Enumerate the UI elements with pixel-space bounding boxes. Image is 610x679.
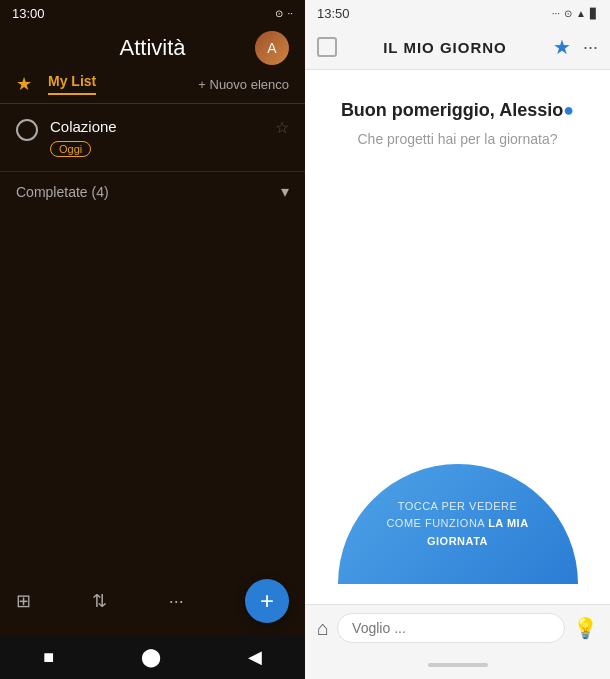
left-tabs: ★ My List + Nuovo elenco bbox=[0, 73, 305, 104]
right-battery-icon: ▊ bbox=[590, 8, 598, 19]
signal-icon: ·· bbox=[287, 8, 293, 19]
completate-row[interactable]: Completate (4) ▾ bbox=[0, 171, 305, 211]
right-title: IL MIO GIORNO bbox=[383, 39, 507, 56]
new-list-tab[interactable]: + Nuovo elenco bbox=[198, 77, 289, 92]
right-main: Buon pomeriggio, Alessio● Che progetti h… bbox=[305, 70, 610, 604]
left-time: 13:00 bbox=[12, 6, 45, 21]
semicircle-line1: TOCCA PER VEDERE bbox=[398, 500, 518, 512]
left-panel: 13:00 ⊙ ·· Attività A ★ My List + Nuovo … bbox=[0, 0, 305, 679]
star-tab-icon[interactable]: ★ bbox=[16, 73, 32, 95]
sort-icon[interactable]: ⇅ bbox=[92, 590, 107, 612]
task-tag: Oggi bbox=[50, 141, 91, 157]
mylist-tab[interactable]: My List bbox=[48, 73, 96, 95]
semicircle-line2: COME FUNZIONA bbox=[386, 517, 488, 529]
left-nav-bar: ■ ⬤ ◀ bbox=[0, 635, 305, 679]
avatar[interactable]: A bbox=[255, 31, 289, 65]
back-nav-icon[interactable]: ◀ bbox=[248, 646, 262, 668]
semicircle[interactable]: TOCCA PER VEDERE COME FUNZIONA LA MIA GI… bbox=[338, 464, 578, 584]
nav-handle bbox=[428, 663, 488, 667]
completate-label: Completate (4) bbox=[16, 184, 281, 200]
header-checkbox[interactable] bbox=[317, 37, 337, 57]
right-panel: 13:50 ··· ⊙ ▲ ▊ IL MIO GIORNO ★ ··· Buon… bbox=[305, 0, 610, 679]
right-header-icons: ★ ··· bbox=[553, 35, 598, 59]
right-status-icons: ··· ⊙ ▲ ▊ bbox=[552, 8, 598, 19]
left-header: Attività A bbox=[0, 27, 305, 73]
greeting-text: Buon pomeriggio, Alessio● bbox=[341, 100, 574, 121]
right-status-bar: 13:50 ··· ⊙ ▲ ▊ bbox=[305, 0, 610, 27]
alarm-icon: ⊙ bbox=[275, 8, 283, 19]
favorite-star-icon[interactable]: ★ bbox=[553, 35, 571, 59]
greeting-label: Buon pomeriggio, Alessio bbox=[341, 100, 563, 120]
left-bottom-bar: ⊞ ⇅ ··· + bbox=[0, 571, 305, 631]
square-nav-icon[interactable]: ■ bbox=[43, 647, 54, 668]
task-name: Colazione bbox=[50, 118, 263, 135]
left-title: Attività bbox=[119, 35, 185, 61]
task-item[interactable]: Colazione Oggi ☆ bbox=[0, 104, 305, 171]
greeting-dot: ● bbox=[563, 100, 574, 120]
more-icon[interactable]: ··· bbox=[169, 591, 184, 612]
right-more-icon[interactable]: ··· bbox=[583, 37, 598, 58]
voglio-input[interactable] bbox=[337, 613, 565, 643]
task-circle[interactable] bbox=[16, 119, 38, 141]
task-star-icon[interactable]: ☆ bbox=[275, 118, 289, 137]
home-icon[interactable]: ⌂ bbox=[317, 617, 329, 640]
right-status-dots: ··· bbox=[552, 8, 560, 19]
plus-icon: + bbox=[260, 587, 274, 615]
left-status-bar: 13:00 ⊙ ·· bbox=[0, 0, 305, 27]
left-status-icons: ⊙ ·· bbox=[275, 8, 293, 19]
add-task-button[interactable]: + bbox=[245, 579, 289, 623]
right-time: 13:50 bbox=[317, 6, 350, 21]
list-icon[interactable]: ⊞ bbox=[16, 590, 31, 612]
semicircle-text: TOCCA PER VEDERE COME FUNZIONA LA MIA GI… bbox=[338, 498, 578, 551]
bulb-icon[interactable]: 💡 bbox=[573, 616, 598, 640]
right-wifi-icon: ▲ bbox=[576, 8, 586, 19]
chevron-down-icon: ▾ bbox=[281, 182, 289, 201]
right-header: IL MIO GIORNO ★ ··· bbox=[305, 27, 610, 70]
right-nav-bar bbox=[305, 651, 610, 679]
semicircle-container[interactable]: TOCCA PER VEDERE COME FUNZIONA LA MIA GI… bbox=[338, 464, 578, 584]
subtitle-text: Che progetti hai per la giornata? bbox=[357, 129, 557, 150]
home-nav-icon[interactable]: ⬤ bbox=[141, 646, 161, 668]
right-bottom-bar: ⌂ 💡 bbox=[305, 604, 610, 651]
right-alarm-icon: ⊙ bbox=[564, 8, 572, 19]
task-content: Colazione Oggi bbox=[50, 118, 263, 157]
